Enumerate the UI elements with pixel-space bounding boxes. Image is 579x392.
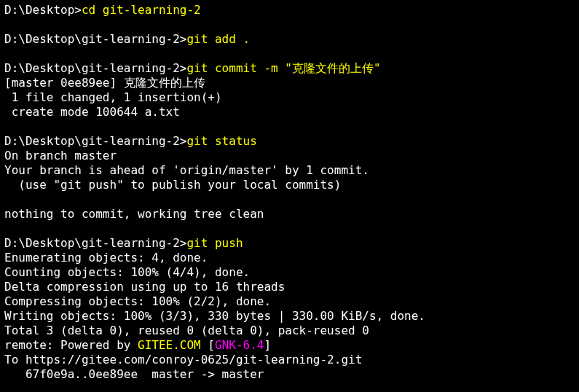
terminal-blank: [4, 47, 575, 61]
terminal-output: 67f0e9a..0ee89ee master -> master: [4, 367, 575, 382]
terminal-line[interactable]: D:\Desktop\git-learning-2>git add .: [4, 32, 575, 47]
gitee-brand: GITEE.COM: [138, 338, 201, 352]
terminal-line[interactable]: D:\Desktop\git-learning-2>git commit -m …: [4, 61, 575, 76]
terminal-output: Your branch is ahead of 'origin/master' …: [4, 163, 575, 178]
terminal-blank: [4, 119, 575, 134]
command: git status: [186, 134, 256, 148]
terminal-output: create mode 100644 a.txt: [4, 105, 575, 119]
terminal-blank: [4, 17, 575, 32]
bracket-text: [: [201, 338, 215, 352]
command: cd git-learning-2: [82, 3, 201, 17]
command: git add .: [186, 32, 250, 46]
bracket-text: ]: [264, 338, 271, 352]
command: git commit -m "克隆文件的上传": [186, 61, 380, 75]
terminal-output: To https://gitee.com/conroy-0625/git-lea…: [4, 353, 575, 367]
gnk-version: GNK-6.4: [215, 338, 264, 352]
terminal-output: Total 3 (delta 0), reused 0 (delta 0), p…: [4, 324, 575, 338]
prompt: D:\Desktop\git-learning-2>: [4, 61, 186, 75]
remote-text: remote: Powered by: [4, 338, 138, 352]
terminal-line[interactable]: D:\Desktop\git-learning-2>git status: [4, 134, 575, 149]
terminal-output: On branch master: [4, 149, 575, 163]
terminal-output: Writing objects: 100% (3/3), 330 bytes |…: [4, 309, 575, 324]
prompt: D:\Desktop\git-learning-2>: [4, 236, 186, 250]
terminal-output: [master 0ee89ee] 克隆文件的上传: [4, 76, 575, 90]
prompt: D:\Desktop>: [4, 3, 82, 17]
prompt: D:\Desktop\git-learning-2>: [4, 32, 186, 46]
terminal-output: Delta compression using up to 16 threads: [4, 280, 575, 294]
terminal-line[interactable]: D:\Desktop>cd git-learning-2: [4, 3, 575, 17]
terminal-output: 1 file changed, 1 insertion(+): [4, 90, 575, 105]
terminal-output: (use "git push" to publish your local co…: [4, 178, 575, 192]
prompt: D:\Desktop\git-learning-2>: [4, 134, 186, 148]
terminal-output: Counting objects: 100% (4/4), done.: [4, 265, 575, 280]
terminal-output: nothing to commit, working tree clean: [4, 207, 575, 222]
terminal-blank: [4, 222, 575, 236]
terminal-output: Compressing objects: 100% (2/2), done.: [4, 294, 575, 309]
terminal-output: Enumerating objects: 4, done.: [4, 251, 575, 265]
terminal-output: remote: Powered by GITEE.COM [GNK-6.4]: [4, 338, 575, 353]
terminal-line[interactable]: D:\Desktop\git-learning-2>git push: [4, 236, 575, 251]
command: git push: [186, 236, 243, 250]
terminal-blank: [4, 192, 575, 207]
